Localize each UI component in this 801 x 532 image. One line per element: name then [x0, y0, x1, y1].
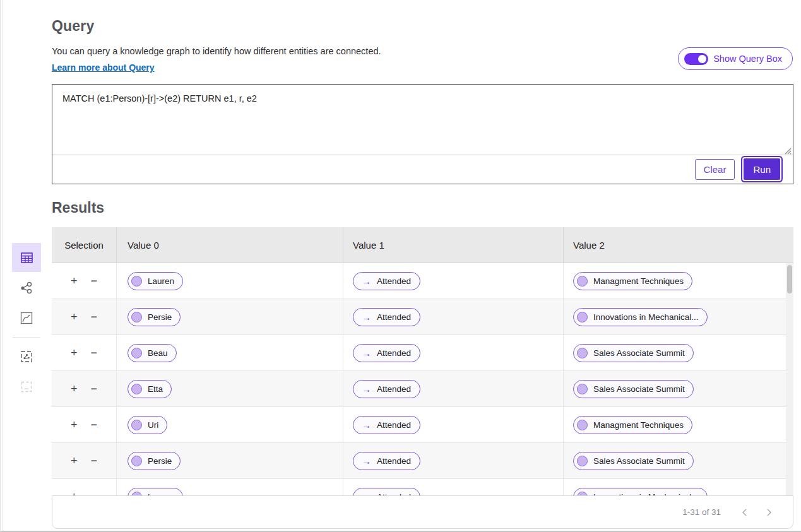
- page-title: Query: [52, 18, 94, 35]
- value2-cell: Innovations in Mechanical...: [564, 479, 786, 496]
- table-scrollbar[interactable]: [786, 263, 793, 496]
- entity-pill[interactable]: Persie: [128, 452, 181, 470]
- entity-pill[interactable]: Lauren: [128, 272, 183, 290]
- remove-selection-button[interactable]: −: [88, 418, 100, 432]
- entity-pill[interactable]: Sales Associate Summit: [573, 452, 694, 470]
- previous-page-button[interactable]: [737, 505, 751, 519]
- entity-label: Uri: [148, 420, 158, 430]
- add-selection-button[interactable]: +: [68, 418, 80, 432]
- graph-annotate-view-button[interactable]: [12, 342, 41, 371]
- add-selection-button[interactable]: +: [68, 310, 80, 324]
- network-view-button[interactable]: [12, 273, 41, 302]
- pagination-bar: 1-31 of 31: [52, 495, 793, 529]
- relation-arrow-icon: →: [362, 456, 371, 466]
- next-page-button[interactable]: [762, 505, 776, 519]
- relation-arrow-icon: →: [362, 348, 371, 358]
- entity-label: Beau: [148, 348, 168, 358]
- run-button[interactable]: Run: [744, 158, 780, 180]
- entity-pill[interactable]: Beau: [128, 344, 177, 362]
- remove-selection-button[interactable]: −: [88, 382, 100, 396]
- query-actions: Clear Run: [52, 155, 793, 184]
- relation-label: Attended: [377, 312, 411, 322]
- graph-annotate-icon: [20, 350, 33, 363]
- value1-cell: → Attended: [343, 335, 564, 370]
- remove-selection-button[interactable]: −: [88, 346, 100, 360]
- value1-cell: → Attended: [343, 443, 564, 478]
- entity-pill[interactable]: Persie: [128, 308, 181, 326]
- value1-cell: → Attended: [343, 371, 564, 406]
- chevron-left-icon: [741, 508, 747, 517]
- entity-label: Managment Techniques: [593, 420, 684, 430]
- relation-pill[interactable]: → Attended: [353, 344, 420, 362]
- value0-cell: Beau: [117, 335, 343, 370]
- chevron-right-icon: [766, 508, 773, 517]
- add-selection-button[interactable]: +: [68, 382, 80, 396]
- value2-cell: Innovations in Mechanical...: [564, 299, 786, 334]
- clear-button[interactable]: Clear: [695, 159, 735, 180]
- entity-label: Persie: [148, 456, 172, 466]
- entity-pill[interactable]: Innovations in Mechanical...: [573, 308, 708, 326]
- relation-arrow-icon: →: [362, 312, 371, 322]
- selection-cell: + −: [52, 263, 117, 299]
- entity-node-icon: [577, 420, 588, 430]
- value2-cell: Sales Associate Summit: [564, 443, 786, 478]
- relation-label: Attended: [377, 276, 411, 286]
- table-view-button[interactable]: [12, 243, 41, 272]
- entity-node-icon: [577, 384, 588, 394]
- entity-pill[interactable]: Lauren: [128, 488, 183, 497]
- entity-node-icon: [131, 384, 142, 394]
- entity-node-icon: [577, 348, 588, 358]
- add-selection-button[interactable]: +: [68, 274, 80, 288]
- entity-pill[interactable]: Managment Techniques: [573, 416, 692, 434]
- entity-label: Sales Associate Summit: [593, 384, 685, 394]
- textarea-resize-handle[interactable]: [783, 146, 792, 154]
- value0-cell: Etta: [117, 371, 343, 406]
- add-selection-button[interactable]: +: [68, 346, 80, 360]
- entity-label: Managment Techniques: [593, 276, 684, 286]
- entity-node-icon: [131, 420, 142, 430]
- relation-pill[interactable]: → Attended: [353, 272, 420, 290]
- toggle-switch-icon[interactable]: [684, 53, 708, 65]
- value1-cell: → Attended: [343, 479, 564, 496]
- query-input[interactable]: MATCH (e1:Person)-[r]->(e2) RETURN e1, r…: [52, 85, 793, 155]
- add-selection-button[interactable]: +: [68, 454, 80, 468]
- table-header-row: Selection Value 0 Value 1 Value 2: [52, 227, 793, 263]
- relation-pill[interactable]: → Attended: [353, 488, 420, 497]
- query-description: You can query a knowledge graph to ident…: [52, 46, 381, 56]
- value2-cell: Managment Techniques: [564, 263, 786, 299]
- entity-node-icon: [577, 456, 588, 466]
- relation-arrow-icon: →: [362, 276, 371, 286]
- entity-label: Etta: [148, 384, 163, 394]
- entity-pill[interactable]: Sales Associate Summit: [573, 344, 694, 362]
- relation-pill[interactable]: → Attended: [353, 308, 420, 326]
- entity-pill[interactable]: Innovations in Mechanical...: [573, 488, 708, 497]
- entity-node-icon: [131, 348, 142, 358]
- table-row: + − Etta → Attended Sales Associate Summ…: [52, 371, 786, 407]
- table-row: + − Beau → Attended Sales Associate Summ…: [52, 335, 786, 371]
- remove-selection-button[interactable]: −: [88, 454, 100, 468]
- learn-more-link[interactable]: Learn more about Query: [52, 62, 155, 73]
- selection-cell: + −: [52, 443, 117, 478]
- relation-label: Attended: [377, 348, 411, 358]
- relation-pill[interactable]: → Attended: [353, 452, 420, 470]
- remove-selection-button[interactable]: −: [88, 310, 100, 324]
- toggle-label: Show Query Box: [713, 54, 782, 64]
- scrollbar-thumb[interactable]: [787, 265, 792, 293]
- column-header-value0: Value 0: [117, 227, 343, 263]
- map-view-button[interactable]: [12, 304, 41, 333]
- relation-pill[interactable]: → Attended: [353, 380, 420, 398]
- show-query-box-toggle[interactable]: Show Query Box: [678, 47, 793, 70]
- value0-cell: Lauren: [117, 263, 343, 299]
- remove-selection-button[interactable]: −: [88, 274, 100, 288]
- entity-label: Innovations in Mechanical...: [593, 312, 699, 322]
- table-icon: [20, 251, 33, 264]
- entity-pill[interactable]: Etta: [128, 380, 172, 398]
- selection-cell: + −: [52, 407, 117, 442]
- value1-cell: → Attended: [343, 407, 564, 442]
- value2-cell: Sales Associate Summit: [564, 371, 786, 406]
- relation-pill[interactable]: → Attended: [353, 416, 420, 434]
- entity-pill[interactable]: Uri: [128, 416, 167, 434]
- entity-pill[interactable]: Sales Associate Summit: [573, 380, 694, 398]
- entity-pill[interactable]: Managment Techniques: [573, 272, 692, 290]
- relation-arrow-icon: →: [362, 384, 371, 394]
